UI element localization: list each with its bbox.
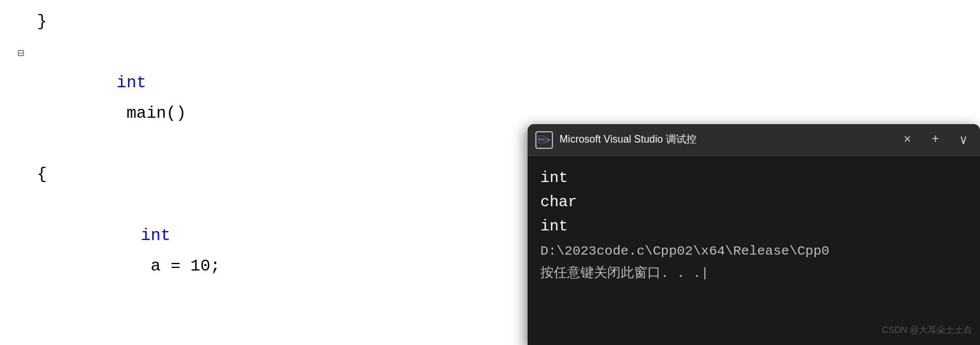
terminal-chevron-button[interactable]: ∨	[955, 131, 972, 149]
code-editor: } ⊟ int main() { int a = 10;	[0, 0, 548, 345]
terminal-body: int char int D:\2023code.c\Cpp02\x64\Rel…	[528, 156, 980, 345]
gutter-main: ⊟	[0, 38, 31, 69]
terminal-window: > Microsoft Visual Studio 调试控 × + ∨ int…	[528, 124, 980, 345]
output-line-int: int	[540, 166, 967, 190]
line-main-fn: ⊟ int main()	[0, 37, 548, 159]
terminal-watermark: CSDN @大耳朵土土垚	[882, 318, 972, 342]
terminal-close-button[interactable]: ×	[898, 131, 916, 149]
code-prev-close: }	[31, 6, 548, 37]
line-open-brace: {	[0, 159, 548, 190]
kw-int-a: int	[141, 226, 171, 245]
var-a-assign: a = 10;	[141, 257, 220, 276]
line-prev-close: }	[0, 6, 548, 37]
terminal-path: D:\2023code.c\Cpp02\x64\Release\Cpp0	[540, 241, 967, 262]
line-auto-b: auto b = a;	[0, 312, 548, 345]
terminal-controls: × + ∨	[898, 131, 972, 149]
code-open-brace: {	[31, 159, 548, 190]
code-area: } ⊟ int main() { int a = 10;	[0, 0, 548, 345]
output-line-int2: int	[540, 215, 967, 239]
terminal-app-icon: >	[535, 131, 553, 149]
fn-main-name: main()	[117, 104, 186, 123]
line-int-a: int a = 10;	[0, 190, 548, 312]
code-auto-b: auto b = a;	[31, 312, 548, 345]
keyword-int: int	[117, 73, 147, 92]
output-line-char: char	[540, 190, 967, 215]
code-int-a: int a = 10;	[31, 190, 548, 312]
collapse-icon[interactable]: ⊟	[17, 38, 24, 69]
terminal-add-button[interactable]: +	[926, 131, 944, 149]
terminal-icon-glyph: >	[538, 136, 550, 144]
terminal-titlebar: > Microsoft Visual Studio 调试控 × + ∨	[528, 124, 980, 156]
code-main-fn: int main()	[31, 37, 548, 159]
terminal-title-text: Microsoft Visual Studio 调试控	[559, 133, 892, 146]
terminal-prompt: 按任意键关闭此窗口. . .|	[540, 262, 967, 286]
